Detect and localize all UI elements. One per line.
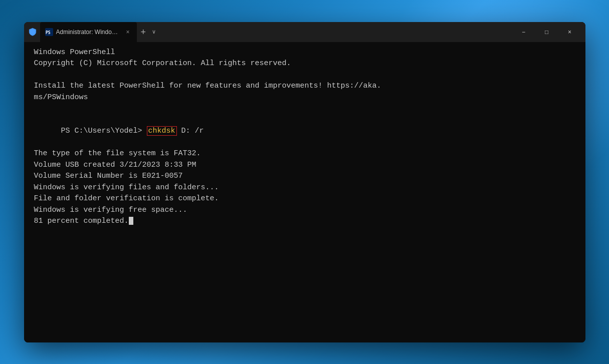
tab-dropdown-button[interactable]: ∨ [150,29,158,35]
maximize-button[interactable]: □ [535,22,558,42]
cursor [129,217,133,225]
blank-line-1 [34,70,575,81]
title-bar: PS Administrator: Windows Powe × + ∨ − □… [24,22,585,42]
output-line-13: Windows is verifying free space... [34,205,575,216]
command-line: PS C:\Users\Yodel> chkdsk D: /r [34,115,575,149]
svg-text:PS: PS [46,31,51,35]
terminal-body[interactable]: Windows PowerShell Copyright (C) Microso… [24,42,585,342]
output-line-12: File and folder verification is complete… [34,193,575,205]
tab-title: Administrator: Windows Powe [56,29,121,36]
command-highlight: chkdsk [147,126,177,136]
output-line-14: 81 percent completed. [34,216,575,227]
output-line-10: Volume Serial Number is E021-0057 [34,171,575,182]
tab-close-button[interactable]: × [124,28,132,37]
blank-line-2 [34,103,575,115]
output-line-8: The type of the file system is FAT32. [34,148,575,160]
output-line-11: Windows is verifying files and folders..… [34,182,575,194]
output-line-4: Install the latest PowerShell for new fe… [34,81,575,92]
output-line-2: Copyright (C) Microsoft Corporation. All… [34,58,575,70]
output-line-1: Windows PowerShell [34,47,575,59]
output-line-9: Volume USB created 3/21/2023 8:33 PM [34,160,575,171]
shield-icon [28,28,37,37]
terminal-window: PS Administrator: Windows Powe × + ∨ − □… [24,22,585,342]
active-tab[interactable]: PS Administrator: Windows Powe × [40,22,137,42]
minimize-button[interactable]: − [512,22,535,42]
output-line-5: ms/PSWindows [34,92,575,104]
command-rest: D: /r [177,127,204,135]
tab-list: PS Administrator: Windows Powe × + ∨ [28,22,512,42]
powershell-icon: PS [45,28,53,36]
new-tab-button[interactable]: + [137,28,150,37]
window-controls: − □ × [512,22,581,42]
prompt-text: PS C:\Users\Yodel> [61,127,147,135]
close-button[interactable]: × [558,22,581,42]
